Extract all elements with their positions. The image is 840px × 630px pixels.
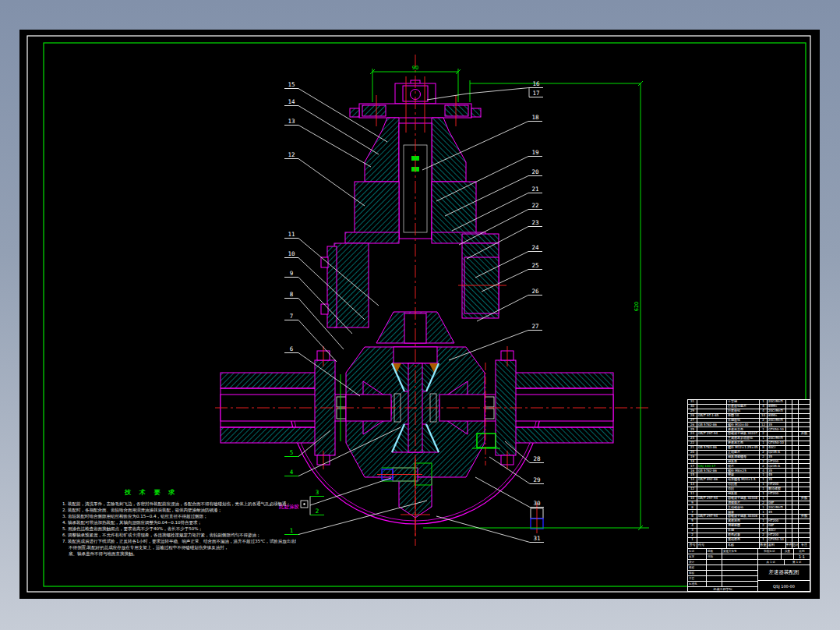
parts-list-cell bbox=[792, 515, 799, 519]
parts-list-cell: GB/T 892-86 bbox=[697, 478, 727, 482]
callout-number: 20 bbox=[531, 168, 539, 175]
callout-number: 29 bbox=[533, 476, 540, 483]
title-block-cell bbox=[707, 576, 722, 581]
scale-value: 1:1 bbox=[794, 554, 810, 559]
parts-list-cell bbox=[697, 483, 727, 487]
parts-list-cell bbox=[792, 469, 799, 472]
callout-number: 5 bbox=[290, 449, 294, 456]
parts-list-cell: 隔套 bbox=[727, 510, 760, 514]
parts-list-cell bbox=[792, 414, 799, 418]
parts-list-cell bbox=[792, 427, 799, 431]
callout-number: 18 bbox=[531, 114, 539, 121]
callout-number: 10 bbox=[288, 250, 295, 257]
tech-requirement-line: 4. 轴承装配可带油加热装配，其轴向游隙应调整为0.04~0.10符合要求； bbox=[62, 519, 296, 526]
parts-list-cell bbox=[697, 473, 727, 477]
parts-list-cell bbox=[792, 524, 799, 528]
parts-list-cell bbox=[697, 510, 727, 514]
parts-list-cell bbox=[792, 460, 799, 464]
parts-list-cell: 25 bbox=[688, 427, 697, 431]
title-block-row: 工艺 bbox=[688, 576, 757, 582]
title-block-cell bbox=[707, 582, 722, 586]
parts-list-cell bbox=[786, 529, 792, 533]
callout-leader bbox=[436, 516, 530, 543]
parts-list-cell bbox=[799, 478, 810, 482]
parts-list-cell: 1 bbox=[760, 487, 768, 491]
tech-requirement-line: 底、轴承盖件不得与地面直接接触。 bbox=[62, 550, 296, 557]
parts-list-cell: GB/T 297-94 bbox=[697, 515, 727, 519]
parts-list-cell: 16 bbox=[688, 469, 697, 472]
parts-list-cell: 10 bbox=[760, 414, 768, 418]
parts-list-cell bbox=[799, 487, 810, 491]
parts-list-cell: 1 bbox=[760, 519, 768, 523]
mass-value bbox=[782, 554, 794, 559]
parts-list-cell: 行星齿轮 bbox=[727, 409, 760, 413]
parts-list-cell bbox=[792, 455, 799, 459]
parts-list-cell: 20CrMnTi bbox=[768, 400, 786, 404]
scale-label: 比例 bbox=[794, 549, 810, 554]
parts-list-cell bbox=[799, 473, 810, 477]
parts-list-cell bbox=[799, 414, 810, 418]
parts-list-cell bbox=[697, 501, 727, 505]
parts-list-cell: GB 5782-86 bbox=[697, 469, 727, 472]
parts-list-cell bbox=[799, 505, 810, 509]
parts-list-cell bbox=[697, 487, 727, 491]
parts-list-cell: 2 bbox=[760, 529, 768, 533]
callout-number: 16 bbox=[532, 80, 540, 87]
parts-list-cell: 轴承盖 bbox=[727, 460, 760, 464]
title-block-row: 校核 bbox=[688, 565, 757, 571]
callout-leader bbox=[298, 126, 371, 168]
parts-list-cell: 1 bbox=[760, 505, 768, 509]
parts-list-cell bbox=[799, 524, 810, 528]
parts-list-cell: 轴承调整螺母 bbox=[727, 455, 760, 459]
title-block-cell bbox=[707, 565, 722, 570]
sheet-count: 共 1 张 bbox=[758, 560, 785, 565]
parts-list-cell bbox=[799, 538, 810, 542]
parts-list-cell: 18 bbox=[688, 460, 697, 464]
parts-list-cell: 2 bbox=[760, 501, 768, 505]
parts-list-cell: 减速器壳 bbox=[727, 519, 760, 523]
parts-list-cell: 29 bbox=[688, 409, 697, 413]
parts-list-cell bbox=[697, 451, 727, 455]
drawing-number: QSJ 100-00 bbox=[758, 581, 810, 591]
parts-list-cell bbox=[799, 419, 810, 423]
parts-list-cell: 油封 bbox=[727, 487, 760, 491]
parts-list-cell: 2 bbox=[760, 524, 768, 528]
parts-list-cell: 35 bbox=[768, 478, 786, 482]
callout-number: 13 bbox=[288, 118, 295, 125]
title-block-cell: 签字 bbox=[688, 554, 707, 559]
tech-requirement-line: 7. 装配完成后进行下线试验，正反转各1小时，要求运转平稳、响声正常、结合面不漏… bbox=[62, 538, 296, 544]
title-block-row: 标准化 bbox=[688, 582, 757, 587]
parts-list-cell bbox=[799, 483, 810, 487]
parts-list-cell bbox=[792, 423, 799, 426]
parts-list-cell: 槽形螺母 M24×1.5 bbox=[727, 478, 760, 482]
callout-number: 19 bbox=[531, 149, 538, 156]
parts-list-cell bbox=[792, 533, 799, 537]
title-block-cell bbox=[722, 571, 757, 575]
parts-list-cell: 行星齿轮垫片 bbox=[727, 405, 760, 409]
parts-list-cell: QSJ 100-17 bbox=[697, 464, 727, 468]
title-block-cell: 标记 bbox=[688, 549, 707, 554]
parts-list-cell bbox=[697, 524, 727, 528]
parts-list-cell bbox=[786, 524, 792, 528]
parts-list-cell bbox=[697, 492, 727, 496]
parts-list-cell: HT200 bbox=[768, 483, 786, 487]
parts-list-cell: GB 5782-86 bbox=[697, 423, 727, 426]
parts-list-cell: 4 bbox=[760, 469, 768, 472]
parts-list-cell bbox=[792, 409, 799, 413]
stage-value bbox=[758, 554, 782, 559]
parts-list-cell: 27 bbox=[688, 419, 697, 423]
parts-list-cell: 20CrMnTi bbox=[768, 409, 786, 413]
parts-list-cell: 65Mn bbox=[768, 414, 786, 418]
title-block-cell: 更改文件号 bbox=[722, 549, 757, 554]
parts-list-cell: 13 bbox=[688, 483, 697, 487]
title-block-cell bbox=[722, 582, 757, 586]
parts-list-cell bbox=[799, 464, 810, 468]
parts-list-cell: 45 bbox=[768, 510, 786, 514]
parts-list-cell bbox=[786, 446, 792, 450]
cad-viewer-stage: 90 620 此处涂胶 1234567891011121314151617181… bbox=[0, 0, 840, 630]
parts-list-cell: 外购 bbox=[799, 515, 810, 519]
parts-list-cell: HT200 bbox=[768, 460, 786, 464]
parts-list-cell: 31 bbox=[688, 400, 697, 404]
parts-list-cell: 12 bbox=[760, 423, 768, 426]
parts-list-cell: 1 bbox=[760, 441, 768, 445]
